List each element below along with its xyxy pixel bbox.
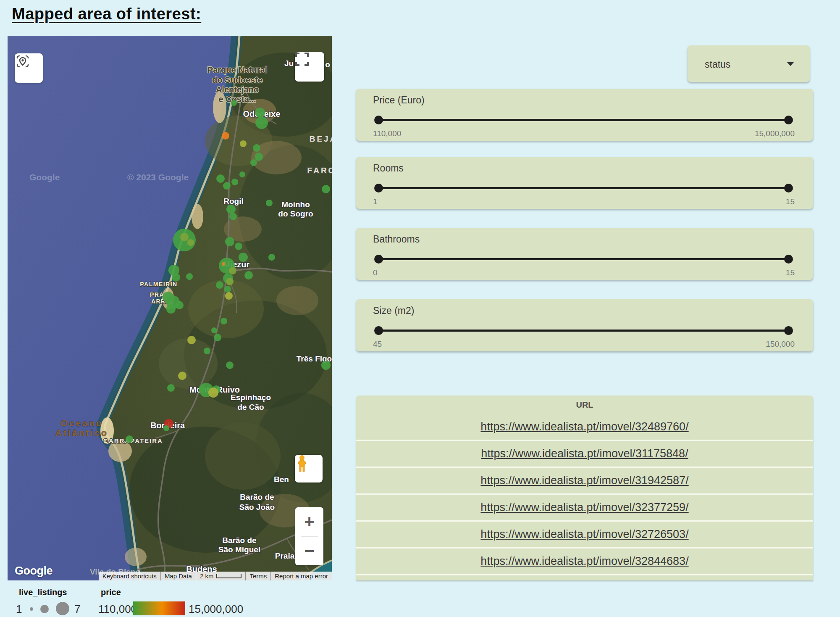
- listing-marker[interactable]: [240, 140, 247, 147]
- locate-area-button[interactable]: [15, 53, 43, 83]
- slider-track[interactable]: [376, 258, 791, 260]
- map-label: Ju: [284, 59, 294, 68]
- listing-marker[interactable]: [216, 174, 225, 183]
- slider-handle-min[interactable]: [374, 255, 383, 264]
- listing-link[interactable]: https://www.idealista.pt/imovel/32844683…: [480, 555, 688, 568]
- listing-marker[interactable]: [226, 205, 236, 214]
- filter-label: Bathrooms: [373, 234, 420, 245]
- bathrooms-range-slider[interactable]: [376, 257, 791, 261]
- map-label: São João: [239, 503, 275, 512]
- listing-marker[interactable]: [224, 286, 231, 293]
- listing-marker[interactable]: [175, 301, 184, 309]
- listing-marker[interactable]: [321, 361, 331, 370]
- table-row: https://www.idealista.pt/imovel/32844683…: [356, 547, 813, 574]
- listing-marker[interactable]: [225, 237, 234, 246]
- listing-marker[interactable]: [253, 144, 260, 152]
- url-table: URL https://www.idealista.pt/imovel/3248…: [356, 396, 813, 580]
- listing-marker[interactable]: [231, 179, 238, 185]
- listing-marker[interactable]: [163, 425, 169, 431]
- listing-marker[interactable]: [223, 182, 231, 190]
- listing-marker[interactable]: [231, 100, 237, 106]
- pegman-streetview-button[interactable]: [295, 455, 323, 483]
- map-label: Atlântico: [55, 428, 108, 438]
- map-canvas[interactable]: Parque Naturaldo SudoesteAlentejanoe Cos…: [8, 36, 332, 580]
- listing-marker[interactable]: [126, 435, 133, 443]
- scale-text: 2 km: [200, 572, 214, 580]
- size-legend-min: 1: [16, 603, 22, 616]
- slider-handle-min[interactable]: [374, 326, 383, 335]
- price-legend-title: price: [101, 588, 121, 597]
- range-max-label: 15,000,000: [755, 129, 795, 138]
- listing-marker[interactable]: [255, 116, 268, 129]
- listing-marker[interactable]: [266, 200, 273, 206]
- zoom-in-button[interactable]: +: [295, 507, 323, 536]
- slider-handle-max[interactable]: [784, 255, 793, 264]
- listing-marker[interactable]: [222, 262, 225, 266]
- listing-marker[interactable]: [180, 233, 189, 241]
- range-min-label: 1: [373, 197, 378, 206]
- slider-track[interactable]: [376, 119, 791, 121]
- filter-label: Price (Euro): [373, 95, 425, 106]
- map-label: Alentejano: [216, 85, 259, 94]
- listing-marker[interactable]: [186, 273, 193, 280]
- slider-track[interactable]: [376, 330, 791, 332]
- listing-marker[interactable]: [216, 281, 223, 289]
- fullscreen-button[interactable]: [295, 52, 324, 82]
- slider-handle-max[interactable]: [784, 116, 793, 124]
- map-label: do Sudoeste: [212, 75, 262, 84]
- listing-marker[interactable]: [229, 267, 236, 274]
- listing-marker[interactable]: [322, 185, 330, 193]
- listing-marker[interactable]: [211, 327, 217, 333]
- map-label: Rogil: [223, 197, 244, 206]
- listing-link[interactable]: https://www.idealista.pt/imovel/31942587…: [480, 474, 688, 487]
- listing-marker[interactable]: [255, 108, 265, 118]
- listing-marker[interactable]: [172, 273, 180, 282]
- terms-link[interactable]: Terms: [245, 572, 270, 580]
- slider-handle-min[interactable]: [374, 184, 383, 192]
- listing-link[interactable]: https://www.idealista.pt/imovel/32377259…: [480, 501, 688, 514]
- slider-handle-max[interactable]: [784, 184, 793, 192]
- listing-link[interactable]: https://www.idealista.pt/imovel/31175848…: [481, 447, 688, 460]
- listing-marker[interactable]: [222, 132, 229, 140]
- listing-marker[interactable]: [250, 159, 257, 166]
- map-label: PRA: [150, 291, 164, 298]
- listing-marker[interactable]: [239, 171, 245, 177]
- listing-marker[interactable]: [268, 254, 275, 261]
- listing-marker[interactable]: [226, 361, 234, 369]
- status-dropdown[interactable]: status: [688, 45, 810, 82]
- listing-marker[interactable]: [167, 384, 175, 392]
- listing-marker[interactable]: [225, 292, 233, 300]
- listing-marker[interactable]: [187, 336, 196, 344]
- listing-marker[interactable]: [244, 271, 253, 279]
- slider-track[interactable]: [376, 187, 791, 189]
- price-range-slider[interactable]: [376, 118, 791, 122]
- listing-marker[interactable]: [178, 372, 186, 380]
- fullscreen-icon: [295, 52, 309, 66]
- map-label: FARO: [307, 166, 332, 175]
- listing-marker[interactable]: [204, 348, 210, 354]
- rooms-range-slider[interactable]: [376, 186, 791, 190]
- listing-marker[interactable]: [208, 388, 218, 398]
- status-dropdown-label: status: [705, 59, 730, 70]
- slider-handle-max[interactable]: [784, 326, 793, 335]
- listing-marker[interactable]: [220, 318, 227, 324]
- listing-marker[interactable]: [239, 253, 248, 262]
- listing-marker[interactable]: [255, 153, 263, 161]
- listing-link[interactable]: https://www.idealista.pt/imovel/32726503…: [480, 528, 688, 541]
- range-min-label: 45: [373, 340, 382, 349]
- listing-marker[interactable]: [226, 278, 234, 285]
- listing-marker[interactable]: [235, 243, 242, 250]
- report-map-error-link[interactable]: Report a map error: [270, 572, 332, 580]
- keyboard-shortcuts-link[interactable]: Keyboard shortcuts: [99, 572, 160, 580]
- size-range-slider[interactable]: [376, 328, 791, 332]
- map-label: de Cão: [237, 403, 264, 411]
- listing-marker[interactable]: [214, 334, 221, 341]
- listing-marker[interactable]: [187, 239, 194, 246]
- listing-link[interactable]: https://www.idealista.pt/imovel/32489760…: [480, 420, 688, 433]
- zoom-out-button[interactable]: −: [295, 537, 323, 566]
- slider-handle-min[interactable]: [374, 116, 383, 124]
- map-data-link[interactable]: Map Data: [160, 572, 196, 580]
- listing-marker[interactable]: [229, 213, 237, 220]
- page-title: Mapped area of interest:: [12, 5, 201, 23]
- listing-marker[interactable]: [166, 304, 176, 314]
